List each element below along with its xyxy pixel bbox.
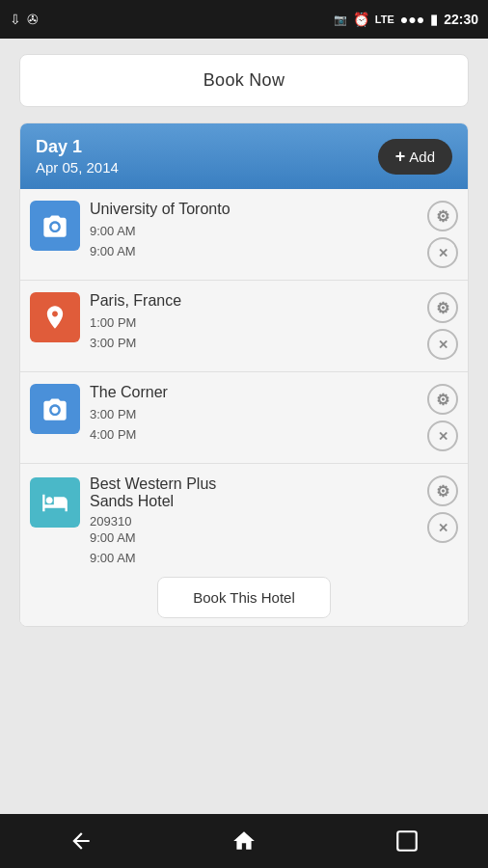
item-info: Paris, France 1:00 PM3:00 PM — [90, 292, 420, 354]
svg-rect-0 — [397, 831, 417, 851]
back-icon — [68, 828, 94, 854]
item-name: University of Toronto — [90, 201, 420, 218]
status-bar: ⇩ ✇ 📷 ⏰ LTE ●●● ▮ 22:30 — [0, 0, 488, 39]
item-name: Best Western PlusSands Hotel — [90, 475, 420, 510]
plus-icon: + — [395, 147, 406, 167]
signal-icon: ●●● — [400, 12, 424, 27]
list-item: Paris, France 1:00 PM3:00 PM — [20, 281, 468, 372]
lte-icon: LTE — [375, 14, 394, 25]
itinerary-card: Day 1 Apr 05, 2014 + Add University of T… — [19, 122, 469, 627]
item-icon-hotel — [30, 477, 80, 528]
item-icon-location — [30, 292, 80, 342]
settings-button[interactable] — [427, 475, 458, 506]
item-icon-camera — [30, 201, 80, 251]
hotel-code: 209310 — [90, 514, 420, 529]
item-actions — [427, 292, 458, 360]
item-icon-camera — [30, 384, 80, 434]
time-display: 22:30 — [444, 12, 478, 27]
nav-bar — [0, 814, 488, 868]
status-bar-right-icons: 📷 ⏰ LTE ●●● ▮ 22:30 — [334, 12, 478, 27]
back-button[interactable] — [52, 822, 110, 860]
day-date: Apr 05, 2014 — [36, 159, 119, 176]
status-bar-left-icons: ⇩ ✇ — [10, 12, 39, 27]
day-header-text: Day 1 Apr 05, 2014 — [36, 137, 119, 176]
battery-icon: ▮ — [430, 12, 438, 27]
book-hotel-button[interactable]: Book This Hotel — [157, 577, 331, 618]
camera-icon — [41, 212, 68, 239]
list-item: University of Toronto 9:00 AM9:00 AM — [20, 189, 468, 281]
remove-button[interactable] — [427, 512, 458, 543]
book-now-button[interactable]: Book Now — [19, 54, 469, 107]
day-header: Day 1 Apr 05, 2014 + Add — [20, 123, 468, 189]
remove-button[interactable] — [427, 329, 458, 360]
main-area: Book Now Day 1 Apr 05, 2014 + Add Univer… — [0, 39, 488, 829]
item-actions — [427, 475, 458, 543]
add-button[interactable]: + Add — [378, 139, 452, 175]
image-icon: ✇ — [27, 12, 39, 27]
item-actions — [427, 201, 458, 268]
item-name: The Corner — [90, 384, 420, 401]
settings-button[interactable] — [427, 384, 458, 415]
day-label: Day 1 — [36, 137, 119, 157]
item-info: The Corner 3:00 PM4:00 PM — [90, 384, 420, 446]
sim-icon: 📷 — [334, 14, 347, 26]
item-times: 1:00 PM3:00 PM — [90, 313, 420, 354]
camera-icon — [41, 395, 68, 422]
add-label: Add — [409, 149, 435, 165]
item-times: 9:00 AM9:00 AM — [90, 529, 420, 569]
home-icon — [231, 828, 257, 854]
settings-button[interactable] — [427, 292, 458, 323]
list-item: The Corner 3:00 PM4:00 PM — [20, 372, 468, 464]
item-actions — [427, 384, 458, 451]
recent-apps-button[interactable] — [378, 822, 436, 860]
home-button[interactable] — [215, 822, 273, 860]
item-info: University of Toronto 9:00 AM9:00 AM — [90, 201, 420, 262]
download-icon: ⇩ — [10, 12, 21, 27]
item-name: Paris, France — [90, 292, 420, 310]
hotel-icon — [41, 489, 68, 516]
recent-icon — [394, 828, 420, 854]
list-item: Best Western PlusSands Hotel 209310 9:00… — [20, 464, 468, 626]
alarm-icon: ⏰ — [353, 12, 369, 27]
location-icon — [41, 304, 68, 331]
item-times: 3:00 PM4:00 PM — [90, 405, 420, 446]
item-info: Best Western PlusSands Hotel 209310 9:00… — [90, 475, 420, 569]
settings-button[interactable] — [427, 201, 458, 231]
item-times: 9:00 AM9:00 AM — [90, 222, 420, 262]
remove-button[interactable] — [427, 420, 458, 451]
remove-button[interactable] — [427, 237, 458, 268]
